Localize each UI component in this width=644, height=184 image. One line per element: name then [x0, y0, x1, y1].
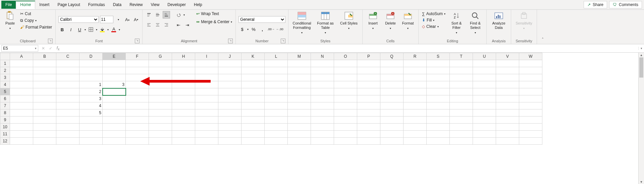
cell-F4[interactable]: [126, 81, 149, 88]
cell-O10[interactable]: [334, 124, 357, 131]
cell-O11[interactable]: [334, 131, 357, 138]
row-header-1[interactable]: 1: [0, 60, 10, 67]
cell-G10[interactable]: [149, 124, 172, 131]
cell-W7[interactable]: [519, 102, 542, 109]
cell-N3[interactable]: [311, 74, 334, 81]
cell-I1[interactable]: [195, 60, 218, 67]
cell-O9[interactable]: [334, 117, 357, 124]
column-header-A[interactable]: A: [10, 53, 33, 60]
cell-H12[interactable]: [172, 138, 195, 145]
cell-B5[interactable]: [33, 88, 56, 95]
cell-J5[interactable]: [218, 88, 241, 95]
cell-N1[interactable]: [311, 60, 334, 67]
column-header-L[interactable]: L: [265, 53, 288, 60]
cell-C6[interactable]: [56, 95, 79, 102]
cell-B9[interactable]: [33, 117, 56, 124]
cell-F5[interactable]: [126, 88, 149, 95]
cell-G7[interactable]: [149, 102, 172, 109]
cell-V6[interactable]: [496, 95, 519, 102]
collapse-ribbon-button[interactable]: ˄: [537, 10, 548, 44]
cell-A2[interactable]: [10, 67, 33, 74]
cell-U10[interactable]: [473, 124, 496, 131]
cell-L9[interactable]: [265, 117, 288, 124]
align-top-button[interactable]: [145, 11, 153, 18]
cell-I9[interactable]: [195, 117, 218, 124]
chevron-down-icon[interactable]: ▾: [85, 28, 86, 31]
cell-H6[interactable]: [172, 95, 195, 102]
cell-E4[interactable]: 3: [103, 81, 126, 88]
cell-C10[interactable]: [56, 124, 79, 131]
cell-P2[interactable]: [357, 67, 380, 74]
cell-K10[interactable]: [241, 124, 265, 131]
bold-button[interactable]: B: [58, 26, 66, 33]
font-size-input[interactable]: [100, 16, 113, 23]
cell-D12[interactable]: [79, 138, 103, 145]
cell-G3[interactable]: [149, 74, 172, 81]
cell-U1[interactable]: [473, 60, 496, 67]
cell-T8[interactable]: [450, 109, 473, 117]
cell-F9[interactable]: [126, 117, 149, 124]
expand-formula-bar[interactable]: ▾: [638, 47, 644, 50]
cell-I12[interactable]: [195, 138, 218, 145]
cell-L4[interactable]: [265, 81, 288, 88]
cell-U6[interactable]: [473, 95, 496, 102]
cell-L12[interactable]: [265, 138, 288, 145]
cell-E11[interactable]: [103, 131, 126, 138]
cell-M3[interactable]: [288, 74, 311, 81]
cell-M9[interactable]: [288, 117, 311, 124]
column-header-D[interactable]: D: [79, 53, 103, 60]
cell-L5[interactable]: [265, 88, 288, 95]
cell-W4[interactable]: [519, 81, 542, 88]
column-header-M[interactable]: M: [288, 53, 311, 60]
wrap-text-button[interactable]: ↩Wrap Text: [196, 11, 233, 16]
cell-M10[interactable]: [288, 124, 311, 131]
cell-E1[interactable]: [103, 60, 126, 67]
cell-N7[interactable]: [311, 102, 334, 109]
cell-D1[interactable]: [79, 60, 103, 67]
font-name-select[interactable]: Calibri: [58, 16, 99, 23]
cell-R8[interactable]: [404, 109, 427, 117]
cell-P5[interactable]: [357, 88, 380, 95]
cell-V10[interactable]: [496, 124, 519, 131]
cell-A3[interactable]: [10, 74, 33, 81]
cell-F7[interactable]: [126, 102, 149, 109]
cell-P8[interactable]: [357, 109, 380, 117]
align-middle-button[interactable]: [154, 11, 161, 18]
cell-R3[interactable]: [404, 74, 427, 81]
cell-K2[interactable]: [241, 67, 265, 74]
cell-E8[interactable]: [103, 109, 126, 117]
row-header-2[interactable]: 2: [0, 67, 10, 74]
column-header-F[interactable]: F: [126, 53, 149, 60]
conditional-formatting-button[interactable]: Conditional Formatting▾: [291, 11, 313, 35]
cell-T10[interactable]: [450, 124, 473, 131]
cell-T12[interactable]: [450, 138, 473, 145]
cell-R11[interactable]: [404, 131, 427, 138]
cell-L1[interactable]: [265, 60, 288, 67]
cell-S5[interactable]: [427, 88, 450, 95]
cell-D5[interactable]: 2: [79, 88, 103, 95]
cell-W10[interactable]: [519, 124, 542, 131]
cell-A1[interactable]: [10, 60, 33, 67]
cell-T5[interactable]: [450, 88, 473, 95]
cell-C7[interactable]: [56, 102, 79, 109]
cell-K9[interactable]: [241, 117, 265, 124]
comma-format-button[interactable]: ,: [259, 26, 266, 33]
cell-G12[interactable]: [149, 138, 172, 145]
cell-O5[interactable]: [334, 88, 357, 95]
column-header-I[interactable]: I: [195, 53, 218, 60]
cell-R1[interactable]: [404, 60, 427, 67]
cell-V12[interactable]: [496, 138, 519, 145]
cell-B8[interactable]: [33, 109, 56, 117]
clear-button[interactable]: ◇Clear▾: [421, 24, 446, 29]
cell-F2[interactable]: [126, 67, 149, 74]
cell-E12[interactable]: [103, 138, 126, 145]
cell-R12[interactable]: [404, 138, 427, 145]
cell-F12[interactable]: [126, 138, 149, 145]
cell-S1[interactable]: [427, 60, 450, 67]
cell-P6[interactable]: [357, 95, 380, 102]
row-header-7[interactable]: 7: [0, 102, 10, 109]
cell-S7[interactable]: [427, 102, 450, 109]
cell-O1[interactable]: [334, 60, 357, 67]
row-header-5[interactable]: 5: [0, 88, 10, 95]
cell-T11[interactable]: [450, 131, 473, 138]
